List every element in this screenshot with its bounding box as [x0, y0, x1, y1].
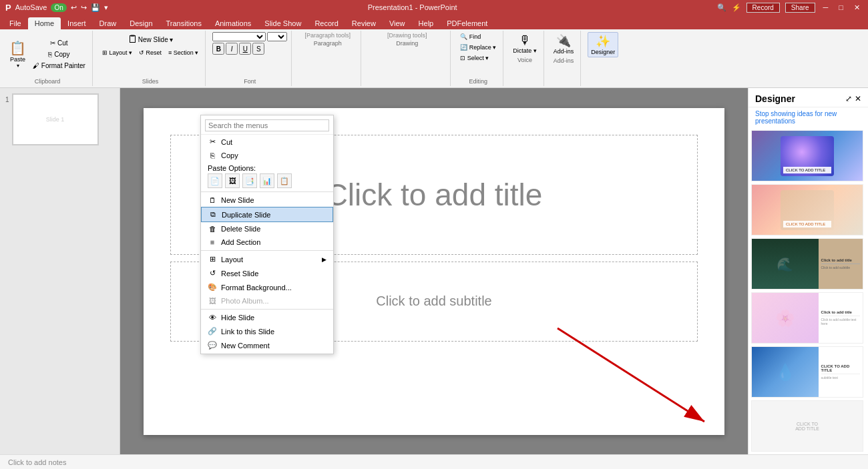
- paste-button[interactable]: 📋 Paste ▾: [7, 39, 29, 70]
- clipboard-small-buttons: ✂ Cut ⎘ Copy 🖌 Format Painter: [30, 38, 88, 71]
- template-3[interactable]: 🌊 Click to add title Click to add subtit…: [751, 238, 863, 290]
- new-slide-button[interactable]: 🗒 New Slide ▾: [125, 32, 176, 47]
- copilot-icon[interactable]: ⚡: [732, 3, 741, 12]
- share-button[interactable]: Share: [785, 3, 815, 13]
- search-icon[interactable]: 🔍: [717, 3, 726, 12]
- section-icon: ≡: [208, 238, 217, 246]
- context-paste-options: Paste Options: 📄 🖼 📑 📊 📋: [201, 162, 333, 190]
- template-5[interactable]: 💧 Click to add title subtitle text: [751, 346, 863, 398]
- tab-record[interactable]: Record: [308, 17, 345, 29]
- context-cut[interactable]: ✂ Cut: [201, 135, 333, 149]
- restore-button[interactable]: □: [836, 3, 846, 11]
- tab-insert[interactable]: Insert: [61, 17, 93, 29]
- context-delete-slide[interactable]: 🗑 Delete Slide: [201, 222, 333, 236]
- addins-button[interactable]: 🔌 Add-ins: [551, 32, 577, 56]
- format-painter-button[interactable]: 🖌 Format Painter: [30, 61, 88, 71]
- tab-file[interactable]: File: [3, 17, 28, 29]
- more-icon[interactable]: ▾: [104, 3, 108, 12]
- powerpoint-logo-icon: P: [5, 3, 11, 13]
- context-search-input[interactable]: [205, 119, 329, 131]
- tab-design[interactable]: Design: [123, 17, 159, 29]
- tab-view[interactable]: View: [383, 17, 412, 29]
- paste-icon-3[interactable]: 📑: [242, 173, 257, 188]
- context-duplicate-slide[interactable]: ⧉ Duplicate Slide: [201, 207, 333, 222]
- title-bar-right: 🔍 ⚡ Record Share ─ □ ✕: [717, 3, 863, 13]
- select-button[interactable]: ⊡ Select ▾: [457, 53, 491, 63]
- context-add-section-label: Add Section: [221, 238, 260, 246]
- replace-button[interactable]: 🔄 Replace ▾: [457, 43, 499, 52]
- font-controls: B I U S: [212, 32, 287, 77]
- template-1[interactable]: CLICK TO ADD TITLE: [751, 130, 863, 181]
- context-format-bg-label: Format Background...: [221, 284, 292, 292]
- context-new-slide-label: New Slide: [221, 196, 254, 204]
- context-new-slide[interactable]: 🗒 New Slide: [201, 193, 333, 207]
- delete-icon: 🗑: [208, 225, 217, 233]
- reset-button[interactable]: ↺ Reset: [136, 48, 164, 57]
- cut-button[interactable]: ✂ Cut: [30, 38, 88, 48]
- slide-thumbnail[interactable]: Slide 1: [12, 93, 99, 145]
- clipboard-label: Clipboard: [35, 78, 61, 85]
- designer-ribbon-button[interactable]: ✨ Designer: [588, 32, 618, 57]
- tab-review[interactable]: Review: [345, 17, 383, 29]
- tab-home[interactable]: Home: [28, 17, 61, 29]
- ribbon-group-editing: 🔍 Find 🔄 Replace ▾ ⊡ Select ▾ Editing: [453, 31, 503, 86]
- paste-options-label: Paste Options:: [208, 164, 256, 172]
- tab-transitions[interactable]: Transitions: [160, 17, 208, 29]
- layout-button[interactable]: ⊞ Layout ▾: [99, 48, 135, 57]
- slide-small-group: ⊞ Layout ▾ ↺ Reset ≡ Section ▾: [99, 48, 201, 57]
- designer-close-icon[interactable]: ✕: [855, 94, 861, 103]
- notes-text[interactable]: Click to add notes: [8, 458, 66, 466]
- font-size-select[interactable]: [267, 32, 287, 41]
- close-button[interactable]: ✕: [851, 3, 863, 12]
- tab-pdfelement[interactable]: PDFelement: [440, 17, 494, 29]
- context-copy[interactable]: ⎘ Copy: [201, 149, 333, 162]
- tab-slideshow[interactable]: Slide Show: [258, 17, 308, 29]
- tab-draw[interactable]: Draw: [93, 17, 124, 29]
- tab-help[interactable]: Help: [412, 17, 441, 29]
- template-6[interactable]: CLICK TOADD TITLE: [751, 400, 863, 452]
- dictate-button[interactable]: 🎙 Dictate ▾: [510, 32, 539, 55]
- save-icon[interactable]: 💾: [91, 3, 100, 12]
- paste-icon-1[interactable]: 📄: [208, 173, 222, 188]
- undo-icon[interactable]: ↩: [71, 3, 77, 12]
- italic-button[interactable]: I: [226, 43, 238, 55]
- link-icon: 🔗: [208, 327, 217, 336]
- svg-line-1: [558, 328, 704, 422]
- strikethrough-button[interactable]: S: [252, 43, 264, 55]
- bold-button[interactable]: B: [212, 43, 224, 55]
- new-slide-icon: 🗒: [208, 196, 217, 204]
- section-button[interactable]: ≡ Section ▾: [166, 48, 201, 57]
- copy-button[interactable]: ⎘ Copy: [30, 49, 88, 59]
- paste-icon-2[interactable]: 🖼: [225, 173, 240, 188]
- paste-icon-5[interactable]: 📋: [277, 173, 292, 188]
- context-format-bg[interactable]: 🎨 Format Background...: [201, 280, 333, 294]
- tab-animations[interactable]: Animations: [208, 17, 258, 29]
- ribbon-group-voice: 🎙 Dictate ▾ Voice: [506, 31, 544, 86]
- designer-expand-icon[interactable]: ⤢: [845, 94, 852, 103]
- context-hide-slide[interactable]: 👁 Hide Slide: [201, 311, 333, 324]
- ribbon-group-clipboard: 📋 Paste ▾ ✂ Cut ⎘ Copy 🖌 Format Painter …: [3, 31, 93, 86]
- find-button[interactable]: 🔍 Find: [457, 32, 483, 41]
- template-2[interactable]: CLICK TO ADD TITLE: [751, 184, 863, 236]
- minimize-button[interactable]: ─: [821, 3, 831, 11]
- autosave-toggle[interactable]: On: [51, 3, 66, 12]
- font-family-select[interactable]: [212, 32, 266, 41]
- underline-button[interactable]: U: [239, 43, 251, 55]
- canvas-area: Click to add title Click to add subtitle: [120, 88, 748, 454]
- voice-label: Voice: [517, 57, 532, 63]
- duplicate-icon: ⧉: [208, 210, 218, 219]
- context-link-slide[interactable]: 🔗 Link to this Slide: [201, 324, 333, 338]
- context-new-comment[interactable]: 💬 New Comment: [201, 338, 333, 352]
- paste-icons-row: 📄 🖼 📑 📊 📋: [208, 173, 327, 188]
- context-layout[interactable]: ⊞ Layout ▶: [201, 252, 333, 266]
- context-add-section[interactable]: ≡ Add Section: [201, 236, 333, 249]
- paste-icon-4[interactable]: 📊: [260, 173, 274, 188]
- designer-panel: Designer ⤢ ✕ Stop showing ideas for new …: [748, 88, 868, 454]
- redo-icon[interactable]: ↪: [81, 3, 87, 12]
- photo-album-icon: 🖼: [208, 297, 217, 305]
- designer-link[interactable]: Stop showing ideas for new presentations: [748, 107, 868, 127]
- title-bar: P AutoSave On ↩ ↪ 💾 ▾ Presentation1 - Po…: [0, 0, 868, 15]
- template-4[interactable]: 🌸 Click to add title Click to add subtit…: [751, 292, 863, 344]
- record-button[interactable]: Record: [746, 3, 780, 13]
- context-reset-slide[interactable]: ↺ Reset Slide: [201, 266, 333, 280]
